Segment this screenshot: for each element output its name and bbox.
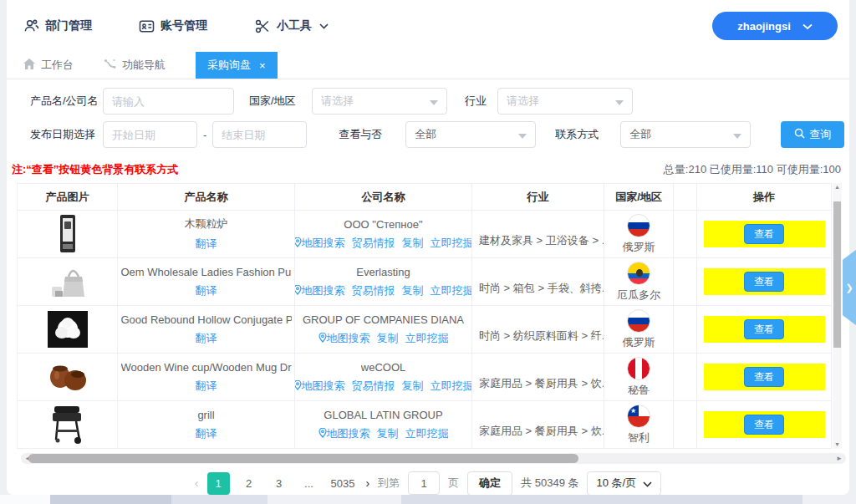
scroll-up-icon[interactable]: ▲	[834, 183, 840, 191]
view-button[interactable]: 查看	[744, 319, 784, 339]
view-button[interactable]: 查看	[744, 224, 784, 244]
contact-label: 联系方式	[555, 127, 599, 142]
translate-link[interactable]: 翻译	[196, 426, 217, 441]
contact-highlight: 查看	[704, 316, 825, 343]
page-button-last[interactable]: 5035	[329, 472, 358, 495]
nav-item-account[interactable]: 账号管理	[139, 18, 207, 33]
vertical-scroll-thumb[interactable]	[833, 201, 841, 348]
view-button[interactable]: 查看	[744, 367, 784, 387]
chile-flag-star: ★	[628, 405, 639, 416]
viewed-select[interactable]: 全部	[405, 121, 536, 148]
tab-function-nav[interactable]: 功能导航	[104, 52, 181, 79]
map-search-label: 地图搜索	[302, 284, 345, 297]
translate-link[interactable]: 翻译	[196, 283, 217, 298]
trade-intel-link[interactable]: 贸易情报	[352, 283, 395, 298]
dig-now-link[interactable]: 立即挖掘	[431, 379, 473, 394]
industry-cell: 时尚 > 箱包 > 手袋、斜挎...	[472, 258, 604, 306]
user-menu-button[interactable]: zhaojingsi	[712, 12, 838, 40]
industry-cell: 家庭用品 > 餐厨用具 > 炊...	[472, 401, 604, 449]
page-button-2[interactable]: 2	[238, 472, 260, 495]
product-name-cell: grill 翻译	[118, 401, 295, 449]
industry-label: 行业	[465, 94, 487, 109]
map-search-link[interactable]: 地图搜索	[295, 379, 345, 394]
dig-now-link[interactable]: 立即挖掘	[405, 331, 449, 346]
contact-highlight: 查看	[704, 364, 825, 390]
translate-link[interactable]: 翻译	[196, 331, 217, 346]
query-button[interactable]: 查询	[781, 121, 844, 148]
dig-now-link[interactable]: 立即挖掘	[431, 283, 473, 298]
side-panel-toggle[interactable]: ❯	[843, 250, 856, 325]
copy-link[interactable]: 复制	[402, 379, 424, 394]
country-cell: 俄罗斯	[604, 306, 674, 354]
nav-item-department[interactable]: 部门管理	[23, 18, 92, 33]
confirm-button[interactable]: 确定	[467, 471, 512, 496]
start-date-input[interactable]	[103, 121, 197, 148]
view-button[interactable]: 查看	[744, 272, 784, 292]
scroll-right-icon[interactable]: ►	[836, 455, 843, 462]
next-page-button[interactable]: ›	[365, 476, 369, 490]
query-button-label: 查询	[809, 127, 831, 142]
product-name: 木颗粒炉	[185, 216, 228, 232]
map-search-link[interactable]: 地图搜索	[318, 331, 370, 346]
copy-link[interactable]: 复制	[402, 283, 424, 298]
col-header-country: 国家/地区	[604, 184, 674, 211]
country-select[interactable]: 请选择	[312, 88, 447, 115]
chevron-down-icon	[802, 20, 813, 33]
window-edge-segment	[50, 495, 171, 504]
spacer-cell	[674, 306, 697, 354]
copy-link[interactable]: 复制	[377, 426, 399, 441]
product-name-input[interactable]	[103, 88, 234, 115]
product-name: Good Rebound Hollow Conjugate Polyest	[121, 313, 292, 326]
map-search-link[interactable]: 地图搜索	[295, 236, 345, 251]
tab-workbench[interactable]: 工作台	[23, 52, 89, 79]
close-icon[interactable]: ×	[259, 60, 266, 71]
page-button-1[interactable]: 1	[207, 472, 230, 495]
page-size-select[interactable]: 10 条/页	[587, 471, 661, 496]
copy-link[interactable]: 复制	[377, 331, 399, 346]
copy-link[interactable]: 复制	[402, 236, 424, 251]
note-text: 注:“查看”按钮黄色背景有联系方式	[12, 162, 178, 177]
username: zhaojingsi	[737, 20, 791, 33]
map-search-link[interactable]: 地图搜索	[318, 426, 370, 441]
viewed-select-value: 全部	[415, 127, 436, 142]
tab-purchase-inquiry[interactable]: 采购询盘 ×	[196, 52, 278, 79]
company-cell: OOO "Степное" 地图搜索 贸易情报 复制 立即挖掘	[295, 211, 472, 258]
vertical-scrollbar[interactable]: ▲ ▼	[833, 183, 842, 449]
translate-link[interactable]: 翻译	[196, 237, 217, 252]
industry-cell: 建材及家具 > 卫浴设备 > ...	[472, 211, 604, 258]
trade-intel-link[interactable]: 贸易情报	[352, 379, 395, 394]
goto-page-input[interactable]	[408, 471, 440, 495]
filter-row-2: 发布日期选择 - 查看与否 全部 联系方式 全部 查询	[30, 121, 849, 148]
contact-select[interactable]: 全部	[620, 121, 751, 148]
horizontal-scroll-thumb[interactable]	[28, 454, 578, 463]
industry-select[interactable]: 请选择	[497, 88, 633, 115]
industry-cell: 时尚 > 纺织原料面料 > 纤...	[472, 306, 604, 354]
product-name: Wooden Wine cup/Wooden Mug Drinking	[121, 361, 292, 374]
window-edge-segment	[401, 495, 802, 504]
map-search-link[interactable]: 地图搜索	[295, 283, 345, 298]
company-name: weCOOL	[361, 361, 405, 374]
product-image-handbag	[48, 262, 88, 302]
product-name: grill	[197, 409, 214, 421]
table-row: Oem Wholesale Ladies Fashion Purses 4 翻译…	[18, 258, 832, 306]
translate-link[interactable]: 翻译	[196, 379, 217, 394]
nav-item-tools[interactable]: 小工具	[254, 18, 329, 34]
dig-now-link[interactable]: 立即挖掘	[405, 426, 449, 441]
horizontal-scrollbar[interactable]: ◄ ►	[21, 453, 846, 464]
product-image-cell	[18, 401, 118, 449]
product-name: Oem Wholesale Ladies Fashion Purses 4	[121, 266, 292, 278]
peru-flag-icon	[627, 357, 650, 380]
page-button-3[interactable]: 3	[268, 472, 290, 495]
prev-page-button[interactable]: ‹	[195, 476, 199, 490]
end-date-input[interactable]	[212, 121, 307, 148]
view-button[interactable]: 查看	[744, 415, 784, 435]
dig-now-link[interactable]: 立即挖掘	[431, 236, 473, 251]
scroll-down-icon[interactable]: ▼	[834, 440, 840, 449]
contact-select-value: 全部	[629, 127, 651, 142]
contact-highlight: 查看	[704, 221, 825, 247]
company-name: GLOBAL LATIN GROUP	[324, 409, 442, 421]
trade-intel-link[interactable]: 贸易情报	[352, 236, 395, 251]
spacer-cell	[674, 401, 697, 449]
filter-row-1: 产品名/公司名 国家/地区 请选择 行业 请选择	[30, 88, 849, 115]
tab-label: 采购询盘	[207, 58, 251, 73]
